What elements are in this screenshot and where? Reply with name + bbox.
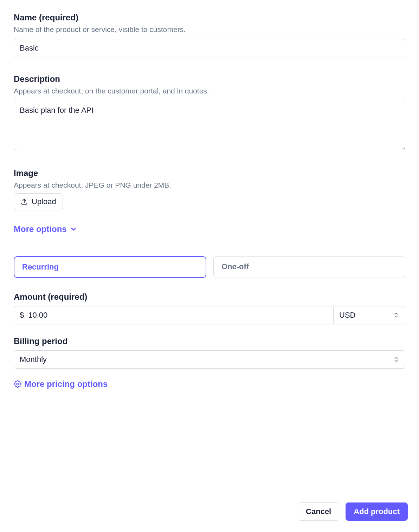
tab-one-off-label: One-off xyxy=(221,262,249,271)
currency-select[interactable]: USD xyxy=(333,306,405,324)
gear-icon xyxy=(14,380,21,388)
image-help: Appears at checkout. JPEG or PNG under 2… xyxy=(14,180,405,190)
amount-row: $ USD xyxy=(14,306,405,324)
upload-icon xyxy=(20,198,28,206)
amount-section: Amount (required) $ USD xyxy=(14,292,405,324)
svg-point-1 xyxy=(17,383,19,385)
name-help: Name of the product or service, visible … xyxy=(14,25,405,34)
description-section: Description Appears at checkout, on the … xyxy=(14,74,405,151)
image-label: Image xyxy=(14,168,405,178)
name-label: Name (required) xyxy=(14,13,405,22)
billing-period-label: Billing period xyxy=(14,336,405,346)
more-options-toggle[interactable]: More options xyxy=(14,224,77,234)
description-help: Appears at checkout, on the customer por… xyxy=(14,86,405,96)
tab-recurring-label: Recurring xyxy=(22,262,59,271)
description-label: Description xyxy=(14,74,405,84)
cancel-button[interactable]: Cancel xyxy=(298,502,339,521)
tab-recurring[interactable]: Recurring xyxy=(14,256,206,278)
amount-label: Amount (required) xyxy=(14,292,405,302)
form-body: Name (required) Name of the product or s… xyxy=(0,0,419,494)
currency-symbol: $ xyxy=(20,311,24,320)
billing-period-value: Monthly xyxy=(20,355,47,364)
image-section: Image Appears at checkout. JPEG or PNG u… xyxy=(14,168,405,210)
tab-one-off[interactable]: One-off xyxy=(213,256,405,278)
section-divider xyxy=(14,244,405,244)
name-section: Name (required) Name of the product or s… xyxy=(14,13,405,57)
footer-actions: Cancel Add product xyxy=(0,494,419,532)
billing-period-select[interactable]: Monthly xyxy=(14,350,405,369)
amount-input[interactable] xyxy=(28,306,328,324)
upload-button-label: Upload xyxy=(32,197,56,206)
add-product-button[interactable]: Add product xyxy=(346,502,408,521)
currency-value: USD xyxy=(339,311,355,320)
amount-input-wrap: $ xyxy=(14,306,334,324)
billing-period-section: Billing period Monthly xyxy=(14,336,405,369)
name-input[interactable] xyxy=(14,39,405,57)
upload-button[interactable]: Upload xyxy=(14,193,63,210)
add-product-button-label: Add product xyxy=(354,507,400,516)
cancel-button-label: Cancel xyxy=(306,507,331,516)
more-pricing-options-label: More pricing options xyxy=(24,379,108,389)
add-product-form: Name (required) Name of the product or s… xyxy=(0,0,419,532)
select-icon xyxy=(393,356,399,363)
more-options-label: More options xyxy=(14,224,67,234)
pricing-type-tabs: Recurring One-off xyxy=(14,256,405,278)
more-pricing-options-toggle[interactable]: More pricing options xyxy=(14,379,108,389)
select-icon xyxy=(393,312,399,318)
description-input[interactable]: Basic plan for the API xyxy=(14,101,405,150)
chevron-down-icon xyxy=(70,225,77,233)
